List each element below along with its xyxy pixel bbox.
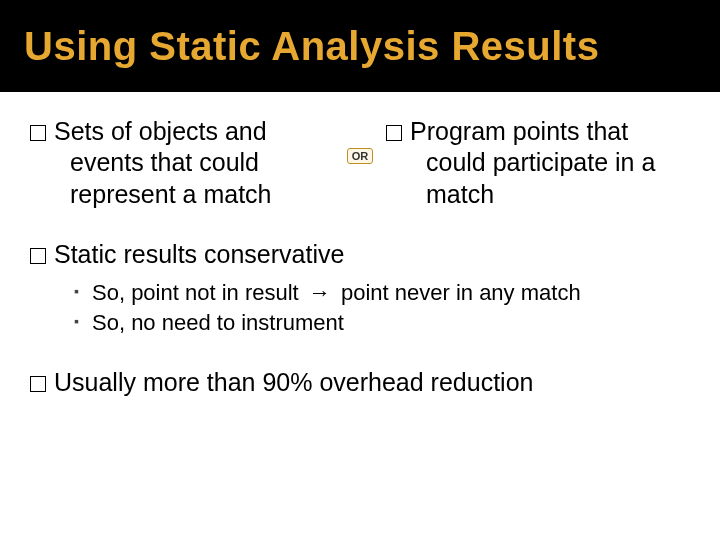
bullet-overhead: Usually more than 90% overhead reduction [30, 366, 690, 399]
sub-bullet-1: So, point not in result → point never in… [74, 278, 690, 308]
bullet-overhead-text: Usually more than 90% overhead reduction [54, 368, 533, 396]
left-column: Sets of objects and events that could re… [30, 116, 334, 210]
left-line2: events that could represent a match [30, 147, 334, 210]
right-line1: Program points that [410, 117, 628, 145]
square-bullet-icon [30, 248, 46, 264]
two-column-row: Sets of objects and events that could re… [30, 116, 690, 210]
square-bullet-icon [30, 376, 46, 392]
left-line1: Sets of objects and [54, 117, 267, 145]
title-bar: Using Static Analysis Results [0, 0, 720, 92]
slide-content: Sets of objects and events that could re… [0, 92, 720, 398]
right-line2: could participate in a match [386, 147, 690, 210]
bullet-conservative: Static results conservative [30, 238, 690, 271]
slide-title: Using Static Analysis Results [24, 24, 599, 69]
sub1-a: So, point not in result [92, 280, 299, 305]
sub1-b: point never in any match [341, 280, 581, 305]
square-bullet-icon [386, 125, 402, 141]
or-wrap: OR [338, 116, 382, 164]
or-badge: OR [347, 148, 374, 164]
sub-bullet-2: So, no need to instrument [74, 308, 690, 338]
right-column: Program points that could participate in… [386, 116, 690, 210]
sub-bullet-list: So, point not in result → point never in… [30, 278, 690, 337]
bullet-conservative-text: Static results conservative [54, 240, 344, 268]
arrow-icon: → [305, 278, 335, 308]
square-bullet-icon [30, 125, 46, 141]
